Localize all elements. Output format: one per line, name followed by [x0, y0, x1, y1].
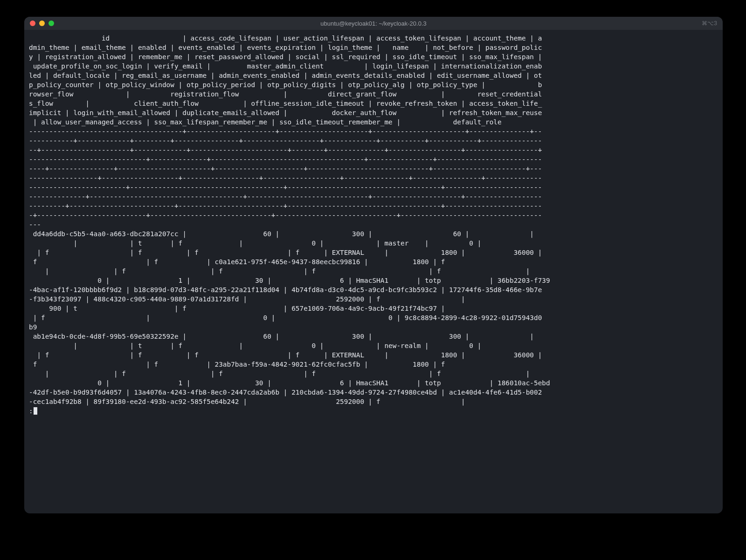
maximize-icon[interactable] — [48, 20, 54, 26]
terminal-output[interactable]: id | access_code_lifespan | user_action_… — [24, 30, 723, 513]
tab-hint: ⌘⌥3 — [702, 20, 717, 27]
window-controls — [24, 20, 54, 26]
minimize-icon[interactable] — [39, 20, 45, 26]
window-title: ubuntu@keycloak01: ~/keycloak-20.0.3 — [24, 20, 723, 27]
terminal-window: ubuntu@keycloak01: ~/keycloak-20.0.3 ⌘⌥3… — [24, 17, 723, 513]
cursor — [34, 407, 37, 415]
titlebar: ubuntu@keycloak01: ~/keycloak-20.0.3 ⌘⌥3 — [24, 17, 723, 30]
close-icon[interactable] — [30, 20, 35, 26]
